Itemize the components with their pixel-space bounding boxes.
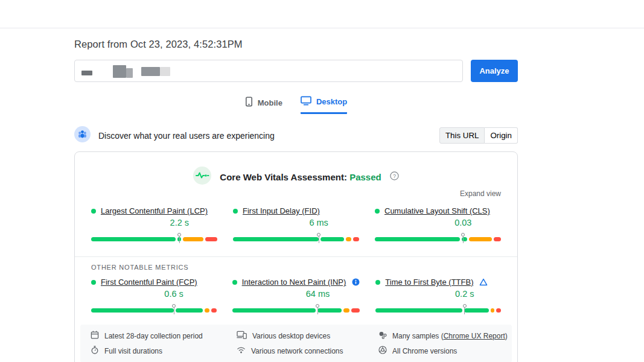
stopwatch-icon bbox=[91, 346, 99, 356]
samples-item: Many samples (Chrome UX Report) bbox=[378, 328, 512, 343]
phone-icon bbox=[245, 97, 253, 109]
strategy-tabs: Mobile Desktop bbox=[74, 96, 518, 114]
tab-desktop-label: Desktop bbox=[316, 97, 347, 106]
collection-period-item: Latest 28-day collection period bbox=[91, 328, 237, 343]
devices-icon bbox=[237, 331, 247, 341]
report-timestamp: Report from Oct 23, 2023, 4:52:31PM bbox=[74, 39, 518, 50]
metric-lcp-distribution: 2.2 s bbox=[91, 217, 217, 246]
metric-inp-link[interactable]: Interaction to Next Paint (INP) bbox=[242, 278, 346, 287]
footer-col-1: Latest 28-day collection period Full vis… bbox=[91, 328, 237, 358]
chrome-versions-item: All Chrome versions bbox=[378, 343, 512, 358]
metric-value: 2.2 s bbox=[170, 218, 189, 227]
p75-marker bbox=[316, 233, 321, 243]
metric-value: 6 ms bbox=[309, 218, 328, 227]
metric-lcp-link[interactable]: Largest Contentful Paint (LCP) bbox=[101, 206, 208, 215]
metric-fid-link[interactable]: First Input Delay (FID) bbox=[243, 206, 320, 215]
metric-value: 0.2 s bbox=[455, 289, 474, 299]
good-status-dot bbox=[232, 280, 237, 285]
redacted-url-block bbox=[141, 67, 160, 76]
good-status-dot bbox=[91, 209, 96, 214]
field-data-heading: Discover what your real users are experi… bbox=[98, 131, 275, 141]
metric-fcp: First Contentful Paint (FCP) 0.6 s bbox=[91, 278, 217, 317]
help-icon[interactable]: ? bbox=[390, 171, 399, 183]
metric-lcp: Largest Contentful Paint (LCP) 2.2 s bbox=[91, 206, 217, 246]
metric-cls: Cumulative Layout Shift (CLS) 0.03 bbox=[375, 206, 501, 246]
field-data-header: Discover what your real users are experi… bbox=[74, 126, 518, 145]
metric-value: 0.6 s bbox=[164, 289, 183, 299]
scope-this-url-button[interactable]: This URL bbox=[439, 127, 485, 144]
footer-col-3: Many samples (Chrome UX Report) All Chro… bbox=[378, 328, 512, 358]
other-metrics-row: First Contentful Paint (FCP) 0.6 s Inter… bbox=[75, 278, 517, 317]
calendar-icon bbox=[91, 331, 99, 341]
metric-ttfb: Time to First Byte (TTFB) 0.2 s bbox=[375, 278, 501, 317]
core-web-vitals-card: Core Web Vitals Assessment: Passed ? Exp… bbox=[74, 151, 518, 362]
connections-item: Various network connections bbox=[237, 343, 378, 358]
cwv-assessment-result: Passed bbox=[349, 172, 381, 182]
devices-item: Various desktop devices bbox=[237, 328, 378, 343]
pulse-icon bbox=[193, 167, 211, 187]
metric-inp: Interaction to Next Paint (INP) 64 ms bbox=[232, 278, 360, 317]
metric-fcp-link[interactable]: First Contentful Paint (FCP) bbox=[101, 278, 197, 287]
wifi-icon bbox=[237, 346, 246, 355]
card-section-divider bbox=[75, 256, 517, 257]
info-icon[interactable] bbox=[352, 278, 360, 286]
chrome-ux-report-link[interactable]: Chrome UX Report bbox=[444, 332, 505, 340]
url-analyze-row: Analyze bbox=[74, 60, 518, 82]
metric-cls-distribution: 0.03 bbox=[375, 217, 501, 246]
tab-mobile-label: Mobile bbox=[258, 98, 282, 107]
svg-text:?: ? bbox=[393, 173, 396, 179]
page-header-bar bbox=[0, 0, 644, 28]
metric-fcp-distribution: 0.6 s bbox=[91, 288, 217, 317]
visit-durations-item: Full visit durations bbox=[91, 343, 237, 358]
p75-marker bbox=[461, 233, 465, 243]
p75-marker bbox=[315, 304, 320, 314]
tab-desktop[interactable]: Desktop bbox=[301, 96, 347, 114]
real-users-icon bbox=[74, 126, 91, 145]
good-status-dot bbox=[375, 280, 380, 285]
tab-mobile[interactable]: Mobile bbox=[245, 96, 282, 114]
redacted-url-block bbox=[81, 71, 92, 75]
metric-fid: First Input Delay (FID) 6 ms bbox=[233, 206, 359, 246]
metric-ttfb-distribution: 0.2 s bbox=[375, 288, 501, 317]
expand-view-link[interactable]: Expand view bbox=[75, 189, 517, 198]
chrome-icon bbox=[378, 346, 387, 356]
good-status-dot bbox=[233, 209, 238, 214]
p75-marker bbox=[177, 233, 182, 243]
experimental-triangle-icon[interactable] bbox=[479, 278, 488, 286]
scope-toggle: This URL Origin bbox=[439, 127, 518, 144]
cwv-assessment-title: Core Web Vitals Assessment: Passed bbox=[220, 172, 381, 182]
data-source-footer: Latest 28-day collection period Full vis… bbox=[80, 325, 512, 362]
url-input[interactable] bbox=[74, 60, 463, 82]
metric-ttfb-link[interactable]: Time to First Byte (TTFB) bbox=[385, 278, 473, 287]
good-status-dot bbox=[375, 209, 380, 214]
p75-marker bbox=[462, 304, 467, 314]
metric-value: 0.03 bbox=[454, 218, 471, 227]
metric-inp-distribution: 64 ms bbox=[232, 288, 360, 317]
samples-icon bbox=[378, 331, 387, 341]
desktop-icon bbox=[301, 96, 311, 107]
metric-value: 64 ms bbox=[306, 289, 330, 299]
metric-cls-link[interactable]: Cumulative Layout Shift (CLS) bbox=[384, 206, 490, 215]
p75-marker bbox=[171, 304, 176, 314]
cwv-assessment-header: Core Web Vitals Assessment: Passed ? bbox=[75, 167, 517, 187]
core-metrics-row: Largest Contentful Paint (LCP) 2.2 s Fir… bbox=[75, 206, 517, 246]
analyze-button[interactable]: Analyze bbox=[471, 60, 518, 82]
other-metrics-label: OTHER NOTABLE METRICS bbox=[75, 264, 517, 271]
redacted-url-block bbox=[113, 65, 126, 78]
redacted-url-block bbox=[126, 68, 133, 78]
main-content: Report from Oct 23, 2023, 4:52:31PM Anal… bbox=[74, 39, 518, 362]
scope-origin-button[interactable]: Origin bbox=[485, 127, 518, 144]
good-status-dot bbox=[91, 280, 96, 285]
footer-col-2: Various desktop devices Various network … bbox=[237, 328, 378, 358]
redacted-url-block bbox=[160, 67, 170, 76]
metric-fid-distribution: 6 ms bbox=[233, 217, 359, 246]
